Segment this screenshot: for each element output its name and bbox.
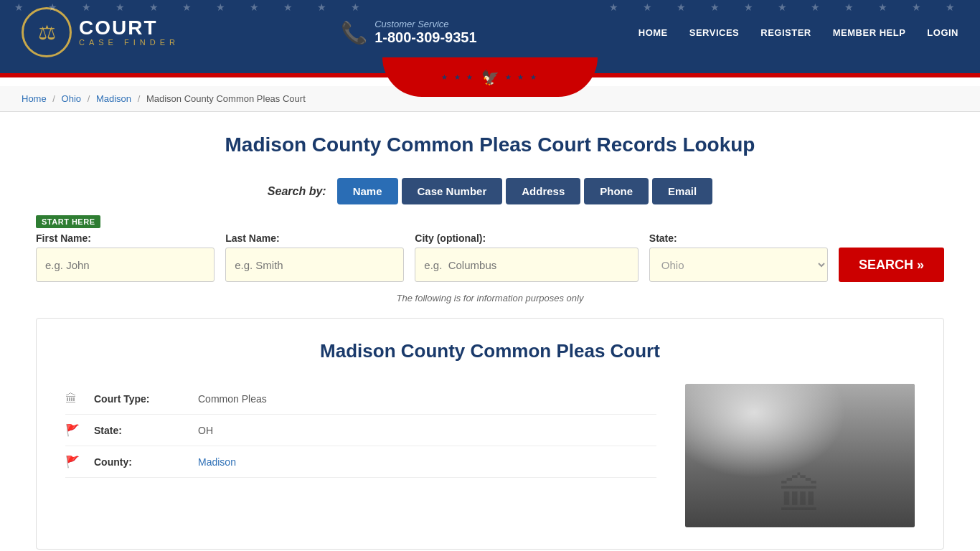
search-tabs-row: Search by: Name Case Number Address Phon… [36,178,944,204]
breadcrumb-current: Madison County Common Pleas Court [146,93,306,104]
tab-case-number[interactable]: Case Number [402,178,503,204]
stars-left: ★ ★ ★ [441,73,476,81]
cs-info: Customer Service 1-800-309-9351 [374,19,476,46]
main-nav: HOME SERVICES REGISTER MEMBER HELP LOGIN [639,27,958,38]
detail-state: 🚩 State: OH [65,415,656,446]
header-stars-right: ★ ★ ★ ★ ★ ★ ★ ★ ★ ★ ★ [609,1,966,13]
last-name-group: Last Name: [225,232,404,282]
county-value: Madison [198,456,236,468]
search-button[interactable]: SEARCH » [839,248,944,282]
city-label: City (optional): [415,232,638,244]
breadcrumb-sep-3: / [138,93,141,104]
eagle-icon: 🦅 [481,69,499,86]
state-detail-value: OH [198,425,213,436]
county-label: County: [94,456,187,468]
form-fields: First Name: Last Name: City (optional): … [36,232,944,282]
first-name-input[interactable] [36,248,215,282]
state-label: State: [649,232,828,244]
last-name-label: Last Name: [225,232,404,244]
nav-member-help[interactable]: MEMBER HELP [833,27,906,38]
banner-strip: ★ ★ ★ 🦅 ★ ★ ★ [0,65,980,86]
logo-text: COURT CASE FINDER [79,18,179,47]
city-group: City (optional): [415,232,638,282]
cs-phone: 1-800-309-9351 [374,29,476,46]
logo-area: ⚖ COURT CASE FINDER [22,7,179,57]
page-title: Madison County Common Pleas Court Record… [36,133,944,156]
logo-icon: ⚖ [38,21,56,44]
info-note: The following is for information purpose… [36,293,944,303]
court-type-value: Common Pleas [198,393,267,405]
logo-brand: COURT [79,18,179,38]
nav-register[interactable]: REGISTER [760,27,811,38]
city-input[interactable] [415,248,638,282]
breadcrumb-sep-2: / [88,93,90,104]
tab-name[interactable]: Name [337,178,398,204]
court-info-title: Madison County Common Pleas Court [65,340,915,362]
breadcrumb-sep-1: / [52,93,55,104]
nav-services[interactable]: SERVICES [689,27,740,38]
start-here-badge: START HERE [36,215,100,228]
search-form-area: START HERE First Name: Last Name: City (… [36,215,944,282]
last-name-input[interactable] [225,248,404,282]
logo-circle: ⚖ [22,7,72,57]
logo-tagline: CASE FINDER [79,38,179,47]
cs-label: Customer Service [374,19,476,29]
court-details-table: 🏛 Court Type: Common Pleas 🚩 State: OH 🚩… [65,384,656,527]
court-details-row: 🏛 Court Type: Common Pleas 🚩 State: OH 🚩… [65,384,915,527]
first-name-group: First Name: [36,232,215,282]
court-type-icon: 🏛 [65,392,83,405]
main-content: Madison County Common Pleas Court Record… [0,112,980,551]
tab-email[interactable]: Email [652,178,712,204]
header-stars-left: ★ ★ ★ ★ ★ ★ ★ ★ ★ ★ ★ [14,1,371,13]
breadcrumb-home[interactable]: Home [22,93,47,104]
customer-service: 📞 Customer Service 1-800-309-9351 [341,19,476,46]
state-select[interactable]: OhioAlabamaAlaskaArizonaArkansasCaliforn… [649,248,828,282]
nav-login[interactable]: LOGIN [927,27,958,38]
eagle-container: ★ ★ ★ 🦅 ★ ★ ★ [441,69,539,86]
detail-county: 🚩 County: Madison [65,446,656,478]
state-icon: 🚩 [65,423,83,437]
court-image [685,384,915,527]
court-type-label: Court Type: [94,393,187,405]
breadcrumb-madison[interactable]: Madison [96,93,131,104]
county-icon: 🚩 [65,455,83,468]
banner-arch: ★ ★ ★ 🦅 ★ ★ ★ [382,57,598,97]
court-info-section: Madison County Common Pleas Court 🏛 Cour… [36,318,944,550]
site-header: ★ ★ ★ ★ ★ ★ ★ ★ ★ ★ ★ ★ ★ ★ ★ ★ ★ ★ ★ ★ … [0,0,980,65]
first-name-label: First Name: [36,232,215,244]
nav-home[interactable]: HOME [639,27,668,38]
stars-right: ★ ★ ★ [505,73,540,81]
tab-address[interactable]: Address [506,178,580,204]
state-detail-label: State: [94,425,187,436]
search-by-label: Search by: [268,185,326,198]
detail-court-type: 🏛 Court Type: Common Pleas [65,384,656,415]
state-group: State: OhioAlabamaAlaskaArizonaArkansasC… [649,232,828,282]
phone-icon: 📞 [341,20,367,45]
tab-phone[interactable]: Phone [584,178,649,204]
breadcrumb-ohio[interactable]: Ohio [62,93,81,104]
